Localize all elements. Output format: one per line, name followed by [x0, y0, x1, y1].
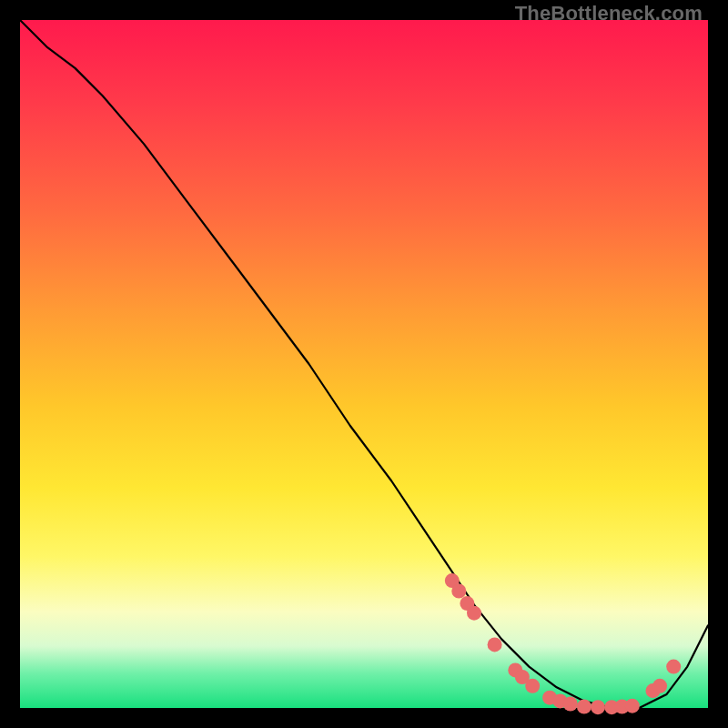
plot-area: [20, 20, 708, 708]
marker-dot: [488, 637, 502, 652]
marker-dot: [577, 700, 592, 714]
curve-line: [20, 20, 708, 708]
marker-dot: [451, 584, 466, 599]
chart-svg: [20, 20, 708, 708]
marker-dot: [652, 679, 667, 693]
marker-dot: [666, 660, 681, 674]
marker-dot: [591, 700, 605, 714]
marker-dot: [525, 679, 540, 693]
marker-dot: [467, 606, 481, 621]
marker-dot: [625, 699, 640, 713]
marker-dot: [563, 697, 578, 712]
marker-group: [445, 573, 681, 714]
